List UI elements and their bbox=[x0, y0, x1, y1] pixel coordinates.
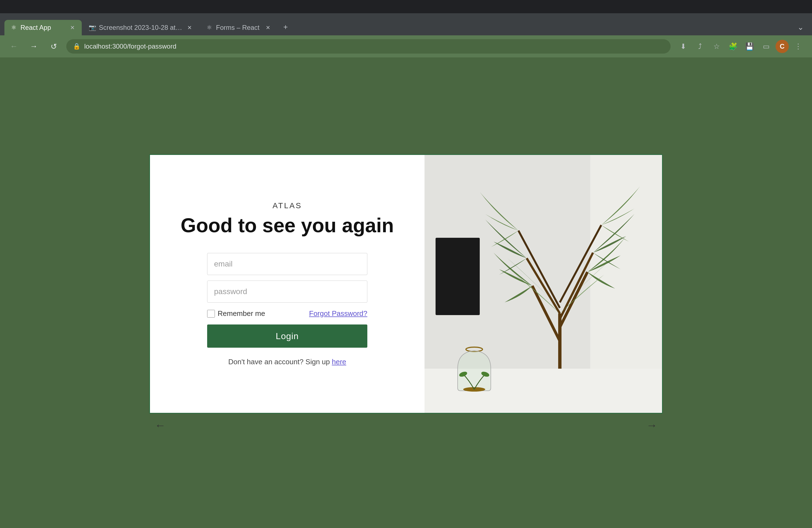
brand-name: ATLAS bbox=[273, 201, 302, 210]
download-icon[interactable]: ⬇ bbox=[676, 39, 691, 54]
svg-line-9 bbox=[560, 225, 601, 303]
login-form: Remember me Forgot Password? Login Don't… bbox=[207, 253, 367, 366]
remember-me-text: Remember me bbox=[218, 309, 265, 318]
cast-icon[interactable]: ▭ bbox=[759, 39, 773, 54]
login-card: ATLAS Good to see you again Remember me … bbox=[149, 154, 663, 414]
tab-favicon-react-app: ⚛ bbox=[10, 24, 18, 31]
save-page-icon[interactable]: 💾 bbox=[742, 39, 757, 54]
login-options-row: Remember me Forgot Password? bbox=[207, 309, 367, 318]
signup-link[interactable]: here bbox=[332, 357, 346, 366]
page-content: ATLAS Good to see you again Remember me … bbox=[0, 57, 812, 528]
tab-favicon-screenshot: 📷 bbox=[88, 24, 96, 31]
svg-line-5 bbox=[560, 272, 588, 327]
tab-forms-react[interactable]: ⚛ Forms – React ✕ bbox=[200, 20, 277, 35]
tab-react-app[interactable]: ⚛ React App ✕ bbox=[4, 20, 82, 35]
tv-monitor bbox=[436, 238, 480, 315]
tab-close-screenshot[interactable]: ✕ bbox=[186, 24, 193, 31]
tab-close-react-app[interactable]: ✕ bbox=[69, 24, 76, 31]
svg-line-7 bbox=[560, 253, 593, 319]
page-nav: ← → bbox=[149, 419, 663, 431]
browser-nav: ← → ↺ 🔒 localhost:3000/forgot-password ⬇… bbox=[0, 35, 812, 57]
login-title: Good to see you again bbox=[180, 215, 394, 236]
tab-label-screenshot: Screenshot 2023-10-28 at 5... bbox=[99, 24, 183, 31]
password-input[interactable] bbox=[207, 281, 367, 303]
tab-screenshot[interactable]: 📷 Screenshot 2023-10-28 at 5... ✕ bbox=[83, 20, 199, 35]
menu-icon[interactable]: ⋮ bbox=[791, 39, 806, 54]
signup-prompt: Don't have an account? Sign up here bbox=[207, 357, 367, 366]
back-button[interactable]: ← bbox=[6, 39, 21, 54]
bookmark-icon[interactable]: ☆ bbox=[709, 39, 724, 54]
remember-me-label[interactable]: Remember me bbox=[207, 309, 265, 318]
svg-line-4 bbox=[532, 286, 560, 341]
new-tab-button[interactable]: + bbox=[278, 20, 293, 34]
tab-label-forms: Forms – React bbox=[216, 24, 261, 31]
share-icon[interactable]: ⤴ bbox=[693, 39, 707, 54]
login-button[interactable]: Login bbox=[207, 324, 367, 348]
terrarium bbox=[452, 347, 496, 396]
lock-icon: 🔒 bbox=[73, 43, 81, 50]
extensions-icon[interactable]: 🧩 bbox=[726, 39, 740, 54]
profile-avatar[interactable]: C bbox=[775, 40, 789, 53]
prev-page-arrow[interactable]: ← bbox=[155, 419, 166, 431]
nav-actions: ⬇ ⤴ ☆ 🧩 💾 ▭ C ⋮ bbox=[676, 39, 806, 54]
login-form-panel: ATLAS Good to see you again Remember me … bbox=[150, 155, 424, 413]
forgot-password-link[interactable]: Forgot Password? bbox=[309, 309, 367, 318]
remember-me-checkbox[interactable] bbox=[207, 310, 215, 318]
tab-close-forms[interactable]: ✕ bbox=[264, 24, 272, 31]
tab-expand-button[interactable]: ⌄ bbox=[793, 20, 808, 34]
tab-label-react-app: React App bbox=[20, 24, 66, 31]
forward-button[interactable]: → bbox=[27, 39, 41, 54]
login-image-panel bbox=[424, 155, 662, 413]
browser-top-bar bbox=[0, 0, 812, 13]
svg-line-8 bbox=[518, 231, 560, 308]
tab-bar: ⚛ React App ✕ 📷 Screenshot 2023-10-28 at… bbox=[0, 13, 812, 35]
tab-favicon-forms: ⚛ bbox=[205, 24, 213, 31]
url-text: localhost:3000/forgot-password bbox=[84, 43, 664, 50]
address-bar[interactable]: 🔒 localhost:3000/forgot-password bbox=[66, 39, 671, 54]
email-input[interactable] bbox=[207, 253, 367, 275]
table-surface bbox=[424, 369, 662, 413]
reload-button[interactable]: ↺ bbox=[46, 39, 61, 54]
next-page-arrow[interactable]: → bbox=[646, 419, 657, 431]
